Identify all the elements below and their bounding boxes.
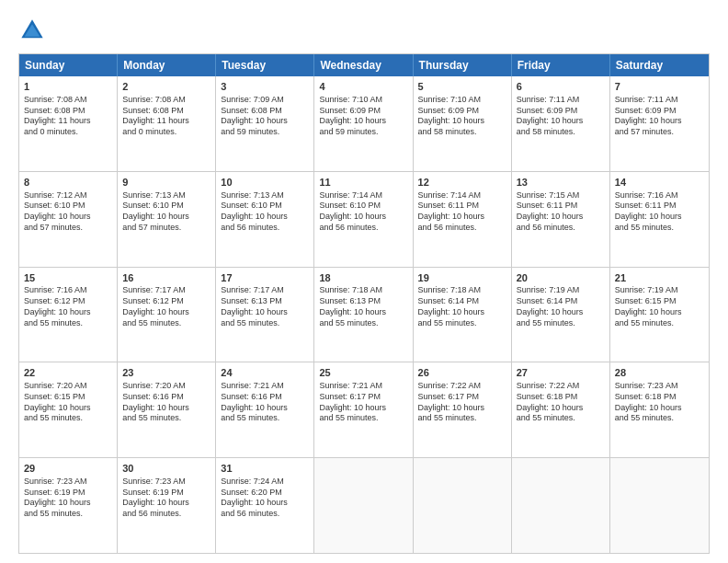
calendar-cell-day-23: 23Sunrise: 7:20 AMSunset: 6:16 PMDayligh… bbox=[118, 362, 216, 457]
cell-info: Sunrise: 7:20 AMSunset: 6:16 PMDaylight:… bbox=[122, 381, 210, 424]
cell-info: Sunrise: 7:17 AMSunset: 6:12 PMDaylight:… bbox=[122, 285, 210, 328]
day-number: 11 bbox=[319, 176, 407, 190]
cell-info: Sunrise: 7:22 AMSunset: 6:18 PMDaylight:… bbox=[517, 381, 605, 424]
calendar-cell-day-22: 22Sunrise: 7:20 AMSunset: 6:15 PMDayligh… bbox=[19, 362, 118, 457]
day-of-week-sunday: Sunday bbox=[19, 54, 118, 76]
calendar-cell-day-3: 3Sunrise: 7:09 AMSunset: 6:08 PMDaylight… bbox=[216, 76, 314, 171]
day-number: 12 bbox=[418, 176, 506, 190]
day-number: 1 bbox=[24, 80, 112, 94]
day-number: 29 bbox=[24, 462, 112, 476]
calendar-cell-day-13: 13Sunrise: 7:15 AMSunset: 6:11 PMDayligh… bbox=[512, 172, 610, 267]
cell-info: Sunrise: 7:16 AMSunset: 6:11 PMDaylight:… bbox=[615, 190, 704, 234]
calendar-cell-day-25: 25Sunrise: 7:21 AMSunset: 6:17 PMDayligh… bbox=[314, 362, 413, 457]
calendar-cell-day-29: 29Sunrise: 7:23 AMSunset: 6:19 PMDayligh… bbox=[19, 458, 118, 553]
day-number: 24 bbox=[221, 366, 309, 380]
cell-info: Sunrise: 7:13 AMSunset: 6:10 PMDaylight:… bbox=[221, 190, 309, 234]
day-number: 21 bbox=[615, 271, 704, 285]
day-number: 18 bbox=[319, 271, 407, 285]
calendar-cell-day-10: 10Sunrise: 7:13 AMSunset: 6:10 PMDayligh… bbox=[216, 172, 314, 267]
day-number: 14 bbox=[615, 176, 704, 190]
day-number: 8 bbox=[24, 176, 112, 190]
day-number: 27 bbox=[517, 366, 605, 380]
day-number: 30 bbox=[122, 462, 210, 476]
calendar-row-3: 15Sunrise: 7:16 AMSunset: 6:12 PMDayligh… bbox=[19, 267, 709, 362]
day-number: 2 bbox=[122, 80, 210, 94]
cell-info: Sunrise: 7:23 AMSunset: 6:19 PMDaylight:… bbox=[122, 477, 210, 520]
calendar-cell-day-8: 8Sunrise: 7:12 AMSunset: 6:10 PMDaylight… bbox=[19, 172, 118, 267]
cell-info: Sunrise: 7:11 AMSunset: 6:09 PMDaylight:… bbox=[517, 95, 605, 138]
calendar-cell-day-31: 31Sunrise: 7:24 AMSunset: 6:20 PMDayligh… bbox=[216, 458, 314, 553]
cell-info: Sunrise: 7:13 AMSunset: 6:10 PMDaylight:… bbox=[122, 190, 210, 234]
calendar-cell-day-19: 19Sunrise: 7:18 AMSunset: 6:14 PMDayligh… bbox=[414, 268, 512, 362]
day-number: 31 bbox=[221, 462, 309, 476]
day-of-week-tuesday: Tuesday bbox=[216, 54, 314, 76]
cell-info: Sunrise: 7:21 AMSunset: 6:17 PMDaylight:… bbox=[319, 381, 407, 424]
logo bbox=[18, 17, 50, 44]
day-number: 17 bbox=[221, 271, 309, 285]
calendar-cell-day-26: 26Sunrise: 7:22 AMSunset: 6:17 PMDayligh… bbox=[414, 362, 512, 457]
cell-info: Sunrise: 7:16 AMSunset: 6:12 PMDaylight:… bbox=[24, 285, 112, 328]
calendar-cell-day-1: 1Sunrise: 7:08 AMSunset: 6:08 PMDaylight… bbox=[19, 76, 118, 171]
cell-info: Sunrise: 7:10 AMSunset: 6:09 PMDaylight:… bbox=[418, 95, 506, 138]
day-number: 3 bbox=[221, 80, 309, 94]
calendar-cell-day-15: 15Sunrise: 7:16 AMSunset: 6:12 PMDayligh… bbox=[19, 268, 118, 362]
header bbox=[18, 17, 710, 44]
calendar-cell-empty bbox=[314, 458, 413, 553]
day-number: 28 bbox=[615, 366, 704, 380]
calendar-cell-day-14: 14Sunrise: 7:16 AMSunset: 6:11 PMDayligh… bbox=[610, 172, 709, 267]
day-of-week-wednesday: Wednesday bbox=[314, 54, 413, 76]
cell-info: Sunrise: 7:23 AMSunset: 6:18 PMDaylight:… bbox=[615, 381, 704, 424]
calendar-row-4: 22Sunrise: 7:20 AMSunset: 6:15 PMDayligh… bbox=[19, 362, 709, 457]
calendar-cell-day-27: 27Sunrise: 7:22 AMSunset: 6:18 PMDayligh… bbox=[512, 362, 610, 457]
calendar-cell-day-21: 21Sunrise: 7:19 AMSunset: 6:15 PMDayligh… bbox=[610, 268, 709, 362]
calendar-cell-day-30: 30Sunrise: 7:23 AMSunset: 6:19 PMDayligh… bbox=[118, 458, 216, 553]
cell-info: Sunrise: 7:23 AMSunset: 6:19 PMDaylight:… bbox=[24, 477, 112, 520]
calendar-cell-day-16: 16Sunrise: 7:17 AMSunset: 6:12 PMDayligh… bbox=[118, 268, 216, 362]
day-number: 20 bbox=[517, 271, 605, 285]
cell-info: Sunrise: 7:12 AMSunset: 6:10 PMDaylight:… bbox=[24, 190, 112, 234]
cell-info: Sunrise: 7:22 AMSunset: 6:17 PMDaylight:… bbox=[418, 381, 506, 424]
cell-info: Sunrise: 7:17 AMSunset: 6:13 PMDaylight:… bbox=[221, 285, 309, 328]
day-number: 10 bbox=[221, 176, 309, 190]
day-number: 16 bbox=[122, 271, 210, 285]
day-number: 4 bbox=[319, 80, 407, 94]
cell-info: Sunrise: 7:19 AMSunset: 6:15 PMDaylight:… bbox=[615, 285, 704, 328]
day-of-week-thursday: Thursday bbox=[414, 54, 512, 76]
day-number: 23 bbox=[122, 366, 210, 380]
calendar-cell-day-5: 5Sunrise: 7:10 AMSunset: 6:09 PMDaylight… bbox=[414, 76, 512, 171]
calendar-row-5: 29Sunrise: 7:23 AMSunset: 6:19 PMDayligh… bbox=[19, 457, 709, 553]
calendar-cell-day-11: 11Sunrise: 7:14 AMSunset: 6:10 PMDayligh… bbox=[314, 172, 413, 267]
calendar-cell-day-6: 6Sunrise: 7:11 AMSunset: 6:09 PMDaylight… bbox=[512, 76, 610, 171]
cell-info: Sunrise: 7:24 AMSunset: 6:20 PMDaylight:… bbox=[221, 477, 309, 520]
day-number: 7 bbox=[615, 80, 704, 94]
calendar-cell-day-18: 18Sunrise: 7:18 AMSunset: 6:13 PMDayligh… bbox=[314, 268, 413, 362]
day-number: 9 bbox=[122, 176, 210, 190]
calendar-cell-day-28: 28Sunrise: 7:23 AMSunset: 6:18 PMDayligh… bbox=[610, 362, 709, 457]
cell-info: Sunrise: 7:11 AMSunset: 6:09 PMDaylight:… bbox=[615, 95, 704, 138]
calendar-cell-empty bbox=[610, 458, 709, 553]
cell-info: Sunrise: 7:15 AMSunset: 6:11 PMDaylight:… bbox=[517, 190, 605, 234]
calendar-body: 1Sunrise: 7:08 AMSunset: 6:08 PMDaylight… bbox=[19, 76, 709, 553]
calendar-cell-day-20: 20Sunrise: 7:19 AMSunset: 6:14 PMDayligh… bbox=[512, 268, 610, 362]
cell-info: Sunrise: 7:18 AMSunset: 6:13 PMDaylight:… bbox=[319, 285, 407, 328]
cell-info: Sunrise: 7:08 AMSunset: 6:08 PMDaylight:… bbox=[24, 95, 112, 138]
cell-info: Sunrise: 7:14 AMSunset: 6:11 PMDaylight:… bbox=[418, 190, 506, 234]
cell-info: Sunrise: 7:14 AMSunset: 6:10 PMDaylight:… bbox=[319, 190, 407, 234]
calendar-cell-day-2: 2Sunrise: 7:08 AMSunset: 6:08 PMDaylight… bbox=[118, 76, 216, 171]
calendar-cell-day-4: 4Sunrise: 7:10 AMSunset: 6:09 PMDaylight… bbox=[314, 76, 413, 171]
calendar-cell-day-7: 7Sunrise: 7:11 AMSunset: 6:09 PMDaylight… bbox=[610, 76, 709, 171]
calendar-cell-day-9: 9Sunrise: 7:13 AMSunset: 6:10 PMDaylight… bbox=[118, 172, 216, 267]
cell-info: Sunrise: 7:19 AMSunset: 6:14 PMDaylight:… bbox=[517, 285, 605, 328]
day-of-week-friday: Friday bbox=[512, 54, 610, 76]
day-number: 25 bbox=[319, 366, 407, 380]
logo-icon bbox=[18, 17, 46, 44]
calendar-row-2: 8Sunrise: 7:12 AMSunset: 6:10 PMDaylight… bbox=[19, 171, 709, 267]
day-number: 19 bbox=[418, 271, 506, 285]
day-number: 26 bbox=[418, 366, 506, 380]
cell-info: Sunrise: 7:10 AMSunset: 6:09 PMDaylight:… bbox=[319, 95, 407, 138]
cell-info: Sunrise: 7:18 AMSunset: 6:14 PMDaylight:… bbox=[418, 285, 506, 328]
calendar-cell-empty bbox=[414, 458, 512, 553]
calendar-cell-day-24: 24Sunrise: 7:21 AMSunset: 6:16 PMDayligh… bbox=[216, 362, 314, 457]
cell-info: Sunrise: 7:21 AMSunset: 6:16 PMDaylight:… bbox=[221, 381, 309, 424]
calendar-row-1: 1Sunrise: 7:08 AMSunset: 6:08 PMDaylight… bbox=[19, 76, 709, 171]
